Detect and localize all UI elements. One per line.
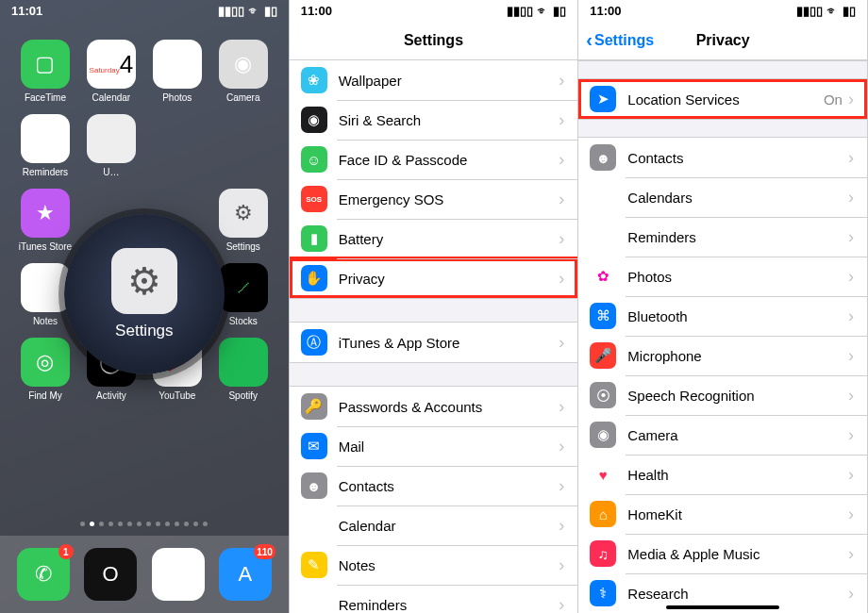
- calendar-icon[interactable]: Saturday4: [87, 40, 136, 89]
- row-label: Camera: [627, 427, 848, 443]
- settings-icon[interactable]: ⚙: [219, 189, 268, 238]
- app-settings[interactable]: ⚙ Settings: [213, 189, 274, 252]
- chevron-right-icon: ›: [559, 595, 564, 614]
- row-mail[interactable]: ✉ Mail ›: [290, 426, 578, 466]
- section-gap: [578, 119, 867, 138]
- row-label: Reminders: [339, 597, 559, 613]
- page-dots[interactable]: [0, 522, 289, 526]
- row-passwords[interactable]: 🔑 Passwords & Accounts ›: [290, 387, 578, 426]
- row-label: Media & Apple Music: [627, 546, 848, 562]
- row-speech[interactable]: ⦿ Speech Recognition ›: [578, 375, 867, 415]
- app-spotify[interactable]: Spotify: [213, 338, 274, 401]
- row-itunes-appstore[interactable]: Ⓐ iTunes & App Store ›: [290, 323, 578, 362]
- row-calendar[interactable]: ▦ Calendar ›: [290, 505, 578, 545]
- back-button[interactable]: ‹ Settings: [586, 21, 654, 59]
- app-itunes[interactable]: ★ iTunes Store: [15, 189, 75, 252]
- row-label: Emergency SOS: [339, 191, 559, 207]
- chevron-right-icon: ›: [559, 516, 564, 536]
- row-contacts[interactable]: ☻ Contacts ›: [578, 138, 867, 177]
- row-label: Reminders: [627, 229, 848, 245]
- chevron-right-icon: ›: [559, 150, 564, 170]
- itunes-appstore-icon: Ⓐ: [301, 329, 327, 356]
- reminders-icon[interactable]: ≡: [21, 114, 70, 163]
- speech-icon: ⦿: [590, 382, 616, 408]
- app-findmy[interactable]: ◎ Find My: [15, 338, 75, 401]
- row-siri-search[interactable]: ◉ Siri & Search ›: [290, 100, 578, 140]
- app-camera[interactable]: ◉ Camera: [213, 40, 274, 103]
- row-calendars[interactable]: ▦ Calendars ›: [578, 177, 867, 217]
- photos-icon[interactable]: ✿: [153, 40, 202, 89]
- wifi-icon: ᯤ: [248, 4, 260, 18]
- signal-icon: ▮▮▯▯: [507, 4, 533, 18]
- pane-home: 11:01 ▮▮▯▯ ᯤ ▮▯ ▢ FaceTime Saturday4 Cal…: [0, 0, 290, 613]
- app-label: FaceTime: [25, 92, 66, 103]
- row-photos[interactable]: ✿ Photos ›: [578, 257, 867, 296]
- battery-icon: ▮▯: [264, 4, 277, 18]
- row-contacts[interactable]: ☻ Contacts ›: [290, 466, 578, 505]
- home-indicator[interactable]: [666, 605, 779, 609]
- app-label: Settings: [226, 241, 260, 252]
- contacts-icon: ☻: [590, 144, 616, 171]
- dock-o[interactable]: O: [84, 548, 137, 601]
- wifi-icon: ᯤ: [537, 4, 549, 18]
- row-reminders[interactable]: ⋮ Reminders ›: [578, 217, 867, 257]
- row-media-music[interactable]: ♫ Media & Apple Music ›: [578, 534, 867, 573]
- row-label: Contacts: [627, 150, 848, 166]
- app-photos[interactable]: ✿ Photos: [147, 40, 208, 103]
- row-bluetooth[interactable]: ⌘ Bluetooth ›: [578, 296, 867, 336]
- u-icon[interactable]: [87, 114, 136, 163]
- bluetooth-icon: ⌘: [590, 303, 616, 329]
- nav-title: ‹ Settings Privacy: [578, 21, 867, 60]
- row-microphone[interactable]: 🎤 Microphone ›: [578, 336, 867, 375]
- stocks-icon[interactable]: ⟋: [219, 263, 268, 312]
- row-privacy[interactable]: ✋ Privacy ›: [290, 258, 578, 298]
- homekit-icon: ⌂: [590, 501, 616, 527]
- row-label: Calendar: [339, 518, 559, 534]
- settings-list-3: 🔑 Passwords & Accounts › ✉ Mail › ☻ Cont…: [290, 387, 578, 613]
- health-icon: ♥: [590, 461, 616, 488]
- row-label: Calendars: [627, 190, 848, 206]
- app-label: Notes: [33, 316, 58, 326]
- row-battery[interactable]: ▮ Battery ›: [290, 219, 578, 258]
- photos-icon: ✿: [590, 263, 616, 290]
- row-health[interactable]: ♥ Health ›: [578, 455, 867, 494]
- dock-phone[interactable]: ✆1: [17, 548, 70, 601]
- app-empty: [213, 114, 274, 177]
- settings-callout: ⚙ Settings: [64, 214, 225, 374]
- row-wallpaper[interactable]: ❀ Wallpaper ›: [290, 60, 578, 100]
- itunes-icon[interactable]: ★: [21, 189, 70, 238]
- row-label: Health: [627, 467, 848, 483]
- dock-appstore[interactable]: A110: [219, 548, 272, 601]
- gear-icon[interactable]: ⚙: [111, 248, 177, 314]
- app-label: Activity: [96, 390, 126, 401]
- badge: 1: [58, 544, 74, 559]
- reminders-icon: ⋮: [590, 224, 616, 250]
- facetime-icon[interactable]: ▢: [21, 40, 70, 89]
- spotify-icon[interactable]: [219, 338, 268, 387]
- row-reminders[interactable]: ⋮ Reminders ›: [290, 585, 578, 613]
- row-location-services[interactable]: ➤ Location Services On ›: [578, 79, 867, 119]
- app-label: Stocks: [229, 316, 258, 326]
- page-title: Settings: [404, 32, 463, 49]
- row-camera[interactable]: ◉ Camera ›: [578, 415, 867, 455]
- findmy-icon[interactable]: ◎: [21, 338, 70, 387]
- app-label: Calendar: [92, 92, 131, 103]
- row-label: Passwords & Accounts: [339, 399, 559, 415]
- row-homekit[interactable]: ⌂ HomeKit ›: [578, 494, 867, 534]
- chevron-right-icon: ›: [559, 269, 564, 289]
- app-reminders[interactable]: ≡ Reminders: [15, 114, 75, 177]
- row-faceid[interactable]: ☺ Face ID & Passcode ›: [290, 140, 578, 179]
- row-notes[interactable]: ✎ Notes ›: [290, 545, 578, 585]
- notes-icon[interactable]: ✎: [21, 263, 70, 312]
- row-label: Battery: [339, 231, 559, 247]
- app-facetime[interactable]: ▢ FaceTime: [15, 40, 75, 103]
- app-calendar[interactable]: Saturday4 Calendar: [81, 40, 142, 103]
- row-sos[interactable]: SOS Emergency SOS ›: [290, 179, 578, 219]
- reminders-icon: ⋮: [301, 591, 327, 613]
- privacy-icon: ✋: [301, 265, 327, 291]
- dock-music[interactable]: ♫: [152, 548, 205, 601]
- nav-title: Settings: [290, 21, 578, 60]
- camera-icon[interactable]: ◉: [219, 40, 268, 89]
- app-u[interactable]: U…: [81, 114, 142, 177]
- row-label: Wallpaper: [339, 73, 559, 89]
